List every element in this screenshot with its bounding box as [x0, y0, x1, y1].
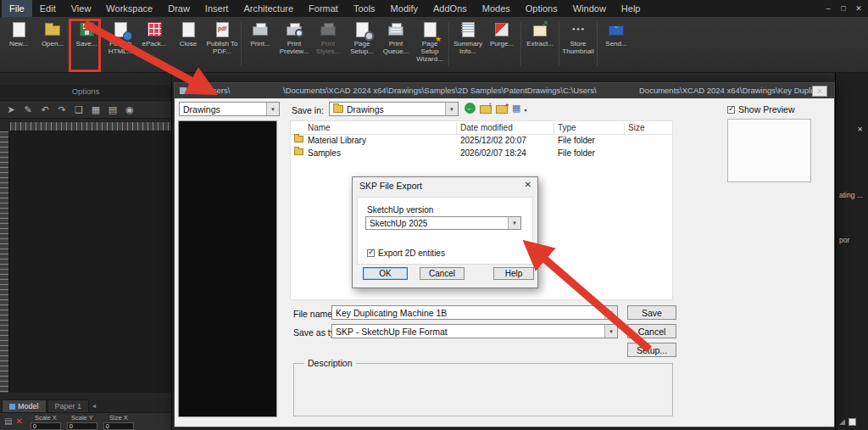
dialog-close-icon[interactable]: ✕: [812, 86, 827, 97]
file-row[interactable]: Samples2026/02/07 18:24File folder: [291, 148, 672, 160]
back-icon[interactable]: ←: [465, 103, 476, 114]
skp-dialog-titlebar[interactable]: SKP File Export ✕: [353, 177, 537, 194]
menu-draw[interactable]: Draw: [160, 0, 198, 17]
table-icon[interactable]: ▤: [104, 101, 121, 118]
menu-window[interactable]: Window: [565, 0, 614, 17]
chevron-down-icon[interactable]: ▼: [508, 217, 520, 229]
save-button[interactable]: Save: [627, 305, 676, 320]
skp-cancel-button-label: Cancel: [429, 269, 455, 278]
print-queue-button[interactable]: Print Queue...: [379, 20, 413, 55]
field-value[interactable]: 0: [31, 422, 61, 430]
export-2d-option[interactable]: Export 2D entities: [367, 249, 445, 258]
purge-button[interactable]: Purge...: [485, 20, 519, 47]
file-name-value: Key Duplicating Machine 1B: [336, 308, 447, 318]
menu-file[interactable]: File: [2, 0, 32, 17]
close-icon[interactable]: ✕: [851, 0, 866, 17]
menu-format[interactable]: Format: [301, 0, 346, 17]
field-value[interactable]: 0: [103, 422, 134, 430]
select-cursor-icon[interactable]: ➤: [3, 101, 19, 118]
ok-button-label: OK: [379, 269, 391, 278]
chevron-down-icon[interactable]: ▼: [604, 325, 617, 338]
visibility-icon[interactable]: ◉: [121, 101, 138, 118]
redo-icon[interactable]: ↷: [53, 101, 70, 118]
skp-close-icon[interactable]: ✕: [525, 180, 531, 189]
close-button[interactable]: Close: [171, 20, 205, 47]
menu-modes[interactable]: Modes: [475, 0, 518, 17]
right-dock-panel: ✕ ating ...por ◢: [835, 73, 868, 430]
field-value[interactable]: 0: [67, 422, 97, 430]
column-name[interactable]: Name: [308, 123, 331, 132]
menu-architecture[interactable]: Architecture: [236, 0, 301, 17]
panel-close-icon[interactable]: ✕: [857, 126, 863, 133]
maximize-icon[interactable]: □: [836, 0, 851, 17]
file-row[interactable]: Material Library2025/12/02 20:07File fol…: [291, 135, 672, 148]
ok-button[interactable]: OK: [363, 267, 408, 280]
minimize-icon[interactable]: –: [821, 0, 836, 17]
skp-dialog-title: SKP File Export: [359, 181, 422, 191]
up-folder-icon[interactable]: [480, 105, 492, 114]
brush-icon[interactable]: ✎: [19, 101, 36, 118]
chevron-down-icon[interactable]: ▼: [604, 306, 617, 319]
menu-tools[interactable]: Tools: [346, 0, 383, 17]
print-icon[interactable]: ▤: [4, 413, 12, 430]
save-in-value: Drawings: [347, 104, 384, 114]
menu-help[interactable]: Help: [614, 0, 648, 17]
places-tree-panel[interactable]: [178, 120, 277, 417]
print-preview-button[interactable]: Print Preview...: [277, 20, 311, 55]
publish-html-button[interactable]: Publish HTML...: [103, 20, 137, 55]
send-button[interactable]: Send...: [599, 20, 633, 47]
dialog-title-right: Documents\XCAD 2024 x64\Drawings\Key Dup…: [639, 86, 823, 95]
drawing-toolbar: ➤✎↶↷❑▦▤◉: [0, 100, 171, 119]
column-size[interactable]: Size: [628, 123, 644, 132]
save-in-dropdown[interactable]: Drawings ▼: [329, 102, 459, 116]
menu-addons[interactable]: AddOns: [426, 0, 475, 17]
epack-button[interactable]: ePack...: [137, 20, 171, 47]
show-preview-checkbox[interactable]: [727, 106, 735, 114]
extract-button[interactable]: Extract...: [523, 20, 557, 47]
summary-info-button[interactable]: Summary Info...: [451, 20, 485, 55]
menu-edit[interactable]: Edit: [32, 0, 64, 17]
delete-icon[interactable]: ✕: [15, 413, 22, 430]
new-button[interactable]: New...: [2, 20, 36, 47]
cancel-button[interactable]: Cancel: [627, 324, 676, 338]
page-setup-button[interactable]: Page Setup...: [345, 20, 379, 55]
grid-icon[interactable]: ▦: [87, 101, 104, 118]
menu-workspace[interactable]: Workspace: [98, 0, 160, 17]
sketchup-version-dropdown[interactable]: SketchUp 2025 ▼: [365, 216, 521, 230]
print-styles-button[interactable]: Print Styles...: [311, 20, 345, 55]
column-date-modified[interactable]: Date modified: [460, 123, 513, 132]
menu-options[interactable]: Options: [518, 0, 565, 17]
tab-paper-1[interactable]: Paper 1: [47, 399, 90, 412]
publish-to-pdf-button[interactable]: Publish To PDF...: [205, 20, 239, 55]
skp-cancel-button[interactable]: Cancel: [420, 267, 465, 280]
save-dialog-titlebar[interactable]: - C:\Users\ \Documents\XCAD 2024 x64\Dra…: [175, 83, 834, 98]
setup-button[interactable]: Setup...: [627, 343, 676, 357]
chevron-down-icon[interactable]: ▼: [266, 103, 279, 115]
save-button-label: Save: [642, 308, 662, 318]
help-button[interactable]: Help: [493, 267, 534, 280]
chevron-down-icon[interactable]: ▼: [445, 103, 458, 115]
tab-model[interactable]: Model: [2, 399, 47, 412]
store-thumbnail-button[interactable]: Store Thumbnail: [561, 20, 595, 55]
column-type[interactable]: Type: [558, 123, 576, 132]
menu-view[interactable]: View: [64, 0, 99, 17]
page-setup-wizard-button[interactable]: Page Setup Wizard...: [413, 20, 447, 64]
views-icon[interactable]: ▦: [512, 103, 526, 114]
open-button[interactable]: Open...: [36, 20, 70, 47]
new-folder-icon[interactable]: [496, 105, 508, 114]
menu-insert[interactable]: Insert: [198, 0, 236, 17]
show-preview-option[interactable]: Show Preview: [727, 104, 795, 114]
file-name-input[interactable]: Key Duplicating Machine 1B ▼: [331, 305, 618, 320]
print-button[interactable]: Print...: [243, 20, 277, 47]
tab-scroll-left-icon[interactable]: ◂: [92, 399, 96, 412]
places-dropdown[interactable]: Drawings ▼: [179, 102, 280, 116]
small-tool-icon[interactable]: [849, 418, 856, 426]
menu-modify[interactable]: Modify: [383, 0, 426, 17]
save-as-type-dropdown[interactable]: SKP - SketchUp File Format ▼: [331, 324, 618, 338]
drawing-canvas[interactable]: [9, 131, 171, 393]
file-name-label: File name:: [293, 309, 335, 319]
undo-icon[interactable]: ↶: [36, 101, 53, 118]
export-2d-checkbox[interactable]: [367, 249, 375, 257]
comment-icon[interactable]: ❑: [70, 101, 87, 118]
model-tab-icon: [9, 404, 15, 410]
